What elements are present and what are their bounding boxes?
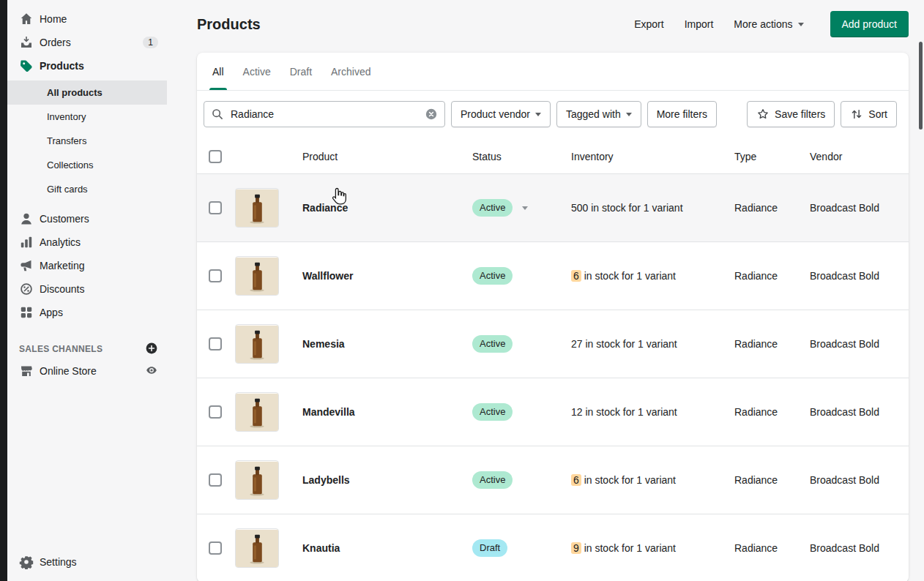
sidebar-item-inventory[interactable]: Inventory xyxy=(7,105,167,129)
product-vendor: Broadcast Bold xyxy=(810,202,909,214)
sidebar-item-orders[interactable]: Orders 1 xyxy=(7,31,167,54)
window-edge xyxy=(0,0,7,581)
preview-online-store-button[interactable] xyxy=(145,364,158,379)
sort-button[interactable]: Sort xyxy=(841,101,897,127)
sidebar-item-all-products[interactable]: All products xyxy=(7,80,167,105)
product-link[interactable]: Radiance xyxy=(302,202,348,214)
tag-icon xyxy=(19,59,34,73)
table-row[interactable]: Nemesia Active 27 in stock for 1 variant… xyxy=(197,310,909,378)
product-thumbnail xyxy=(235,256,279,296)
products-subnav: All products Inventory Transfers Collect… xyxy=(7,80,167,201)
inventory-text: in stock for 1 variant xyxy=(584,474,676,486)
column-header-vendor: Vendor xyxy=(810,151,909,162)
inventory-quantity: 27 xyxy=(571,338,583,350)
sidebar-nav: Home Orders 1 Products All products xyxy=(7,7,167,324)
more-actions-button[interactable]: More actions xyxy=(734,18,803,30)
table-row[interactable]: Ladybells Active 6 in stock for 1 varian… xyxy=(197,446,909,514)
sidebar-item-products[interactable]: Products xyxy=(7,54,167,78)
search-filter[interactable] xyxy=(204,101,445,127)
table-row[interactable]: Mandevilla Active 12 in stock for 1 vari… xyxy=(197,378,909,446)
person-icon xyxy=(19,211,34,226)
product-link[interactable]: Nemesia xyxy=(302,338,345,350)
tab-draft[interactable]: Draft xyxy=(280,53,321,90)
save-filters-button[interactable]: Save filters xyxy=(747,101,835,127)
inventory-quantity: 6 xyxy=(571,474,581,486)
save-filters-label: Save filters xyxy=(775,108,825,120)
table-row[interactable]: Wallflower Active 6 in stock for 1 varia… xyxy=(197,242,909,310)
product-vendor: Broadcast Bold xyxy=(810,542,909,554)
clear-search-button[interactable] xyxy=(425,108,438,121)
sidebar-item-collections[interactable]: Collections xyxy=(7,153,167,177)
tagged-with-filter-button[interactable]: Tagged with xyxy=(556,101,641,127)
product-link[interactable]: Ladybells xyxy=(302,474,350,486)
more-filters-button[interactable]: More filters xyxy=(647,101,717,127)
product-vendor-filter-button[interactable]: Product vendor xyxy=(451,101,551,127)
orders-icon xyxy=(19,35,34,50)
product-vendor: Broadcast Bold xyxy=(810,474,909,486)
sidebar-item-settings[interactable]: Settings xyxy=(7,550,167,574)
sidebar-item-gift-cards[interactable]: Gift cards xyxy=(7,177,167,201)
inventory-quantity: 12 xyxy=(571,406,583,418)
row-checkbox[interactable] xyxy=(209,337,222,351)
sidebar-subitem-label: Inventory xyxy=(47,111,86,122)
tab-all[interactable]: All xyxy=(203,53,234,90)
status-caret-icon[interactable] xyxy=(522,206,528,210)
sidebar-item-transfers[interactable]: Transfers xyxy=(7,129,167,153)
sidebar-item-online-store[interactable]: Online Store xyxy=(7,359,167,383)
sidebar-item-apps[interactable]: Apps xyxy=(7,301,167,324)
chevron-down-icon xyxy=(535,113,541,116)
row-checkbox[interactable] xyxy=(209,473,222,487)
sidebar-item-marketing[interactable]: Marketing xyxy=(7,254,167,277)
star-icon xyxy=(756,108,770,121)
sidebar-item-label: Discounts xyxy=(40,283,84,295)
product-link[interactable]: Mandevilla xyxy=(302,406,355,418)
status-badge: Active xyxy=(472,267,513,285)
sidebar-subitem-label: Transfers xyxy=(47,135,86,146)
product-vendor: Broadcast Bold xyxy=(810,406,909,418)
sidebar-item-label: Analytics xyxy=(40,236,81,248)
status-badge: Active xyxy=(472,471,513,489)
sidebar-item-analytics[interactable]: Analytics xyxy=(7,230,167,254)
add-product-button[interactable]: Add product xyxy=(830,11,909,37)
chevron-down-icon xyxy=(626,113,632,116)
add-sales-channel-button[interactable] xyxy=(145,342,158,357)
inventory-quantity: 500 xyxy=(571,202,588,214)
row-checkbox[interactable] xyxy=(209,201,222,214)
row-checkbox[interactable] xyxy=(209,269,222,282)
product-link[interactable]: Wallflower xyxy=(302,270,354,282)
tagged-with-filter-label: Tagged with xyxy=(566,108,621,120)
product-type: Radiance xyxy=(734,270,810,282)
home-icon xyxy=(19,12,34,26)
percent-icon xyxy=(19,282,34,296)
status-badge: Active xyxy=(472,335,513,353)
sales-channels-label: SALES CHANNELS xyxy=(19,344,103,354)
close-circle-icon xyxy=(425,108,438,121)
bar-chart-icon xyxy=(19,235,34,250)
more-actions-label: More actions xyxy=(734,18,792,30)
column-header-type: Type xyxy=(734,151,810,162)
search-input[interactable] xyxy=(229,108,425,121)
column-header-product: Product xyxy=(302,151,472,162)
row-checkbox[interactable] xyxy=(209,405,222,419)
product-vendor: Broadcast Bold xyxy=(810,270,909,282)
sidebar-item-customers[interactable]: Customers xyxy=(7,207,167,230)
import-button[interactable]: Import xyxy=(685,18,714,30)
sidebar-item-home[interactable]: Home xyxy=(7,7,167,31)
product-link[interactable]: Knautia xyxy=(302,542,340,554)
select-all-checkbox[interactable] xyxy=(209,150,222,163)
table-row[interactable]: Radiance Active 500 in stock for 1 varia… xyxy=(197,174,909,242)
export-button[interactable]: Export xyxy=(634,18,663,30)
sidebar-item-discounts[interactable]: Discounts xyxy=(7,277,167,301)
table-row[interactable]: Knautia Draft 9 in stock for 1 variant R… xyxy=(197,514,909,581)
tab-archived[interactable]: Archived xyxy=(321,53,380,90)
more-filters-label: More filters xyxy=(657,108,707,120)
inventory-quantity: 6 xyxy=(571,270,581,282)
status-tabs: All Active Draft Archived xyxy=(197,53,909,91)
grid-icon xyxy=(19,305,34,320)
chevron-down-icon xyxy=(798,23,804,26)
row-checkbox[interactable] xyxy=(209,541,222,555)
inventory-text: in stock for 1 variant xyxy=(584,270,676,282)
tab-active[interactable]: Active xyxy=(234,53,280,90)
sidebar-item-label: Online Store xyxy=(40,365,97,377)
vertical-scrollbar[interactable] xyxy=(919,42,923,130)
